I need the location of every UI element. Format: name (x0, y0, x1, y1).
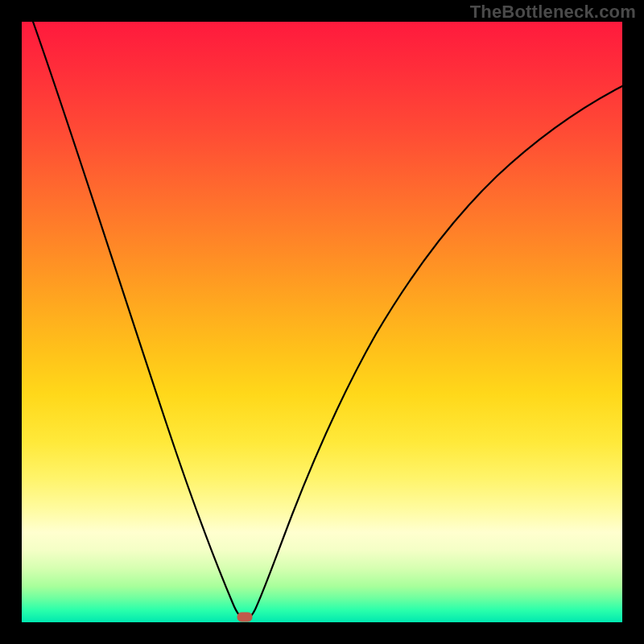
optimal-point-marker (237, 613, 252, 621)
curve-right (246, 86, 622, 619)
bottleneck-curve (22, 22, 622, 622)
chart-frame: TheBottleneck.com (0, 0, 644, 644)
watermark-text: TheBottleneck.com (470, 2, 636, 23)
curve-left (33, 22, 246, 619)
plot-area (22, 22, 622, 622)
